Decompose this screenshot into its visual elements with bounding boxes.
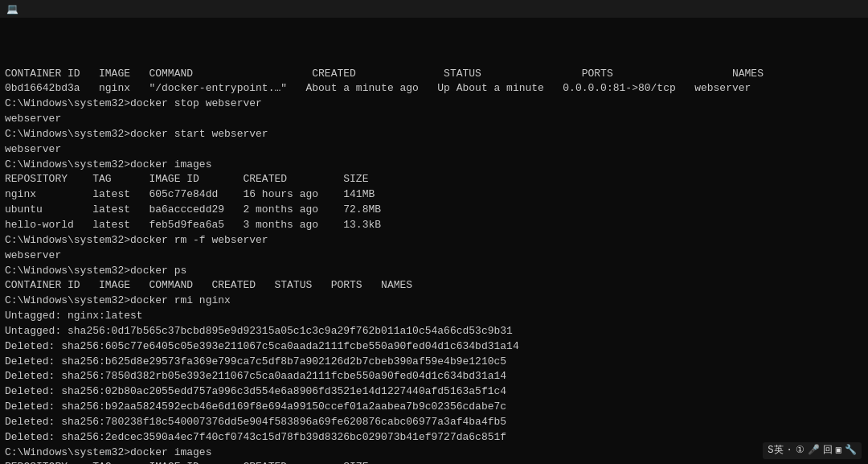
terminal-line: Untagged: nginx:latest — [5, 309, 863, 324]
terminal-line: C:\Windows\system32>docker rmi nginx — [5, 294, 863, 309]
terminal-line: Deleted: sha256:02b80ac2055edd757a996c3d… — [5, 384, 863, 400]
title-bar: 💻 — [0, 0, 868, 18]
terminal-line: Deleted: sha256:7850d382rb05e393e211067c… — [5, 369, 863, 384]
terminal-line: webserver — [5, 142, 863, 158]
terminal-line: nginx latest 605c77e84dd 16 hours ago 14… — [5, 187, 863, 203]
title-bar-controls — [821, 3, 862, 14]
terminal-line: C:\Windows\system32>docker rm -f webserv… — [5, 233, 863, 248]
terminal-line: 0bd16642bd3a nginx "/docker-entrypoint.…… — [5, 81, 863, 96]
terminal-line: Deleted: sha256:b92aa5824592ecb46e6d169f… — [5, 400, 863, 415]
terminal-line: Untagged: sha256:0d17b565c37bcbd895e9d92… — [5, 324, 863, 339]
taskbar-item-box[interactable]: 回 — [823, 444, 833, 458]
taskbar-overlay: S英 · ① 🎤 回 ▣ 🔧 — [763, 442, 862, 459]
terminal-line: webserver — [5, 248, 863, 264]
title-bar-icon: 💻 — [6, 3, 18, 15]
taskbar-item-mic[interactable]: 🎤 — [808, 444, 820, 458]
terminal-line: CONTAINER ID IMAGE COMMAND CREATED STATU… — [5, 278, 863, 294]
terminal-line: Deleted: sha256:780238f18c540007376dd5e9… — [5, 415, 863, 430]
taskbar-item-square[interactable]: ▣ — [836, 444, 841, 458]
taskbar-item-tool[interactable]: 🔧 — [845, 444, 857, 458]
terminal-line: C:\Windows\system32>docker ps — [5, 264, 863, 279]
maximize-button[interactable] — [836, 3, 847, 14]
terminal-line: REPOSITORY TAG IMAGE ID CREATED SIZE — [5, 460, 863, 464]
terminal-line: C:\Windows\system32>docker start webserv… — [5, 127, 863, 142]
terminal-line: C:\Windows\system32>docker images — [5, 158, 863, 173]
close-button[interactable] — [850, 3, 862, 14]
terminal-line: Deleted: sha256:2edcec3590a4ec7f40cf0743… — [5, 430, 863, 446]
minimize-button[interactable] — [821, 3, 833, 14]
terminal-line: webserver — [5, 112, 863, 127]
taskbar-item-s[interactable]: S英 — [768, 444, 783, 458]
terminal-line: C:\Windows\system32>docker images — [5, 446, 863, 461]
terminal-body: CONTAINER ID IMAGE COMMAND CREATED STATU… — [0, 18, 868, 464]
title-bar-left: 💻 — [6, 3, 23, 15]
terminal-line: REPOSITORY TAG IMAGE ID CREATED SIZE — [5, 172, 863, 187]
taskbar-item-dot: · — [787, 444, 792, 458]
terminal-line: ubuntu latest ba6acccedd29 2 months ago … — [5, 203, 863, 218]
terminal-line: hello-world latest feb5d9fea6a5 3 months… — [5, 218, 863, 233]
terminal-line: CONTAINER ID IMAGE COMMAND CREATED STATU… — [5, 67, 863, 82]
terminal-line: Deleted: sha256:605c77e6405c05e393e21106… — [5, 339, 863, 355]
taskbar-item-circle[interactable]: ① — [796, 444, 805, 458]
terminal-line: Deleted: sha256:b625d8e29573fa369e799ca7… — [5, 355, 863, 370]
terminal-line: C:\Windows\system32>docker stop webserve… — [5, 96, 863, 112]
